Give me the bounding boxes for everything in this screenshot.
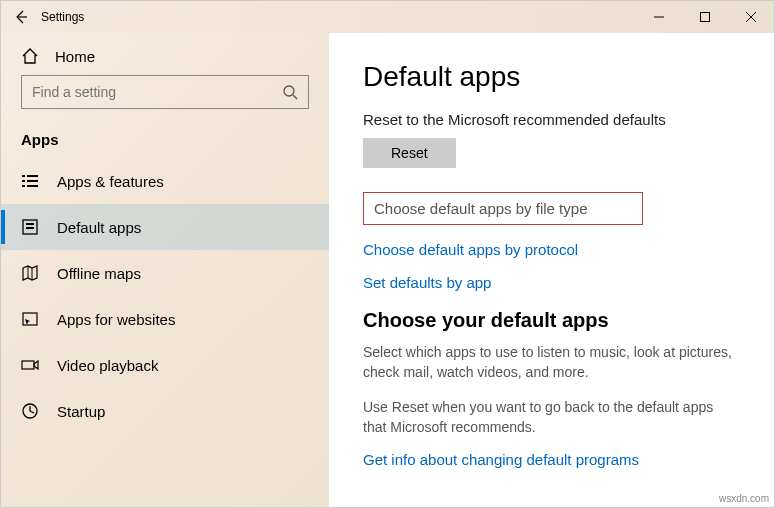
svg-rect-19 [22, 361, 34, 369]
maximize-button[interactable] [682, 1, 728, 33]
svg-rect-18 [23, 313, 37, 325]
map-icon [21, 264, 39, 282]
svg-rect-8 [27, 175, 38, 177]
page-title: Default apps [363, 61, 740, 93]
sidebar-home[interactable]: Home [1, 33, 329, 75]
sidebar-item-label: Video playback [57, 357, 158, 374]
svg-rect-14 [26, 223, 34, 225]
sidebar-item-video-playback[interactable]: Video playback [1, 342, 329, 388]
search-field[interactable] [32, 84, 282, 100]
watermark: wsxdn.com [719, 493, 769, 504]
sidebar-item-apps-features[interactable]: Apps & features [1, 158, 329, 204]
default-apps-icon [21, 218, 39, 236]
sidebar-category: Apps [1, 123, 329, 158]
svg-rect-10 [27, 180, 38, 182]
sidebar-item-default-apps[interactable]: Default apps [1, 204, 329, 250]
sidebar-item-label: Default apps [57, 219, 141, 236]
apps-websites-icon [21, 310, 39, 328]
search-icon [282, 84, 298, 100]
sidebar-item-apps-websites[interactable]: Apps for websites [1, 296, 329, 342]
svg-rect-12 [27, 185, 38, 187]
choose-desc-1: Select which apps to use to listen to mu… [363, 342, 740, 383]
svg-rect-2 [701, 13, 710, 22]
link-set-defaults-by-app[interactable]: Set defaults by app [363, 274, 740, 291]
svg-line-6 [293, 95, 297, 99]
sidebar-item-startup[interactable]: Startup [1, 388, 329, 434]
home-icon [21, 47, 39, 65]
startup-icon [21, 402, 39, 420]
app-name: Settings [41, 10, 84, 24]
choose-default-apps-title: Choose your default apps [363, 309, 740, 332]
back-icon[interactable] [13, 9, 29, 25]
svg-rect-15 [26, 227, 34, 229]
link-choose-by-filetype[interactable]: Choose default apps by file type [363, 192, 643, 225]
search-input[interactable] [21, 75, 309, 109]
close-button[interactable] [728, 1, 774, 33]
link-get-info[interactable]: Get info about changing default programs [363, 451, 740, 468]
svg-rect-9 [22, 180, 25, 182]
sidebar-item-offline-maps[interactable]: Offline maps [1, 250, 329, 296]
link-choose-by-protocol[interactable]: Choose default apps by protocol [363, 241, 740, 258]
video-icon [21, 356, 39, 374]
minimize-button[interactable] [636, 1, 682, 33]
sidebar-home-label: Home [55, 48, 95, 65]
choose-desc-2: Use Reset when you want to go back to th… [363, 397, 740, 438]
reset-heading: Reset to the Microsoft recommended defau… [363, 111, 740, 128]
list-icon [21, 172, 39, 190]
svg-rect-11 [22, 185, 25, 187]
sidebar-item-label: Startup [57, 403, 105, 420]
sidebar-item-label: Apps for websites [57, 311, 175, 328]
svg-line-22 [30, 411, 34, 413]
reset-button[interactable]: Reset [363, 138, 456, 168]
sidebar-item-label: Offline maps [57, 265, 141, 282]
svg-point-5 [284, 86, 294, 96]
svg-rect-7 [22, 175, 25, 177]
sidebar-item-label: Apps & features [57, 173, 164, 190]
